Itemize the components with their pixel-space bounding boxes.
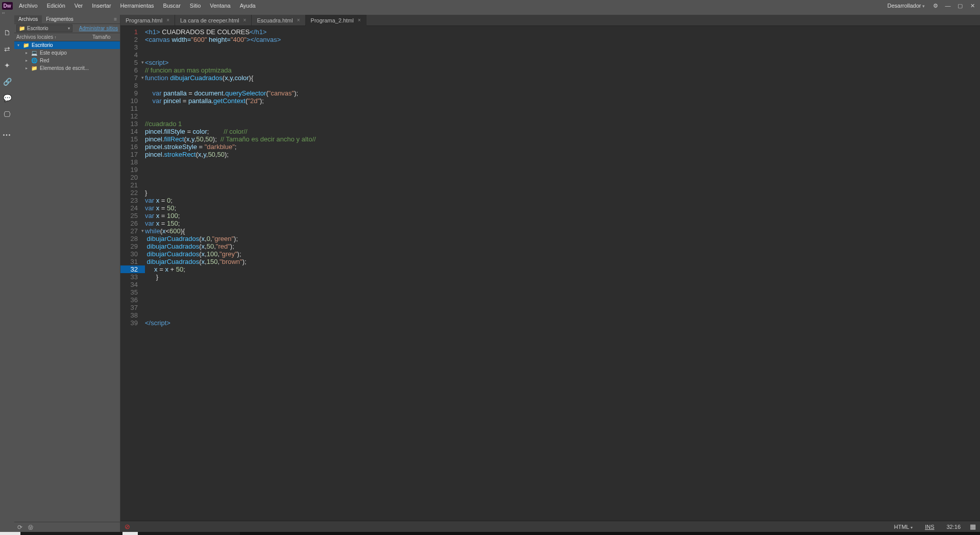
device-icon[interactable]: 🖵 bbox=[3, 110, 12, 119]
menu-ver[interactable]: Ver bbox=[70, 1, 88, 11]
panel-tab-archivos[interactable]: Archivos bbox=[14, 15, 42, 23]
manage-sites-link[interactable]: Administrar sitios bbox=[79, 26, 118, 31]
tree-row[interactable]: ▸📁Elementos de escrit... bbox=[14, 64, 120, 72]
paint-icon[interactable]: ✦ bbox=[3, 61, 12, 70]
panel-tab-fragmentos[interactable]: Fragmentos bbox=[42, 15, 77, 23]
col-size[interactable]: Tamaño bbox=[92, 34, 118, 40]
tree-row[interactable]: ▸🌐Red bbox=[14, 57, 120, 64]
tab-close-icon[interactable]: × bbox=[166, 17, 169, 23]
minimize-icon[interactable]: — bbox=[942, 1, 953, 10]
menu-archivo[interactable]: Archivo bbox=[14, 1, 42, 11]
status-language[interactable]: HTML ▾ bbox=[891, 524, 916, 530]
settings-icon[interactable]: ⚙ bbox=[930, 1, 941, 10]
file-tab[interactable]: Programa.html× bbox=[120, 15, 175, 26]
os-taskbar[interactable] bbox=[0, 532, 980, 535]
menu-buscar[interactable]: Buscar bbox=[159, 1, 185, 11]
new-file-icon[interactable]: 🗋 bbox=[3, 28, 12, 37]
panel-menu-icon[interactable]: ≡ bbox=[111, 16, 120, 22]
menu-sitio[interactable]: Sitio bbox=[185, 1, 205, 11]
close-icon[interactable]: ✕ bbox=[967, 1, 978, 10]
status-cursor-pos: 32:16 bbox=[943, 524, 964, 530]
file-tabs: Programa.html×La cara de creeper.html×Es… bbox=[120, 15, 980, 26]
file-tab[interactable]: Programa_2.html× bbox=[306, 15, 366, 26]
maximize-icon[interactable]: ▢ bbox=[954, 1, 966, 10]
link-icon[interactable]: 🔗 bbox=[3, 77, 12, 86]
status-insert-mode[interactable]: INS bbox=[922, 524, 937, 530]
menu-ayuda[interactable]: Ayuda bbox=[235, 1, 260, 11]
menu-ventana[interactable]: Ventana bbox=[205, 1, 235, 11]
refresh-icon[interactable]: ⟳ bbox=[17, 524, 22, 531]
code-editor[interactable]: 12345▾67▾8910111213141516171819202122232… bbox=[120, 26, 980, 521]
comment-icon[interactable]: 💬 bbox=[3, 93, 12, 103]
split-icon[interactable]: ⇄ bbox=[3, 44, 12, 54]
menu-insertar[interactable]: Insertar bbox=[87, 1, 115, 11]
site-select-label: Escritorio bbox=[27, 26, 48, 31]
sync-icon[interactable]: 🏵 bbox=[28, 524, 34, 531]
files-panel: Archivos Fragmentos ≡ 📁 Escritorio ▾ Adm… bbox=[14, 15, 120, 532]
panel-collapse-chevrons[interactable]: ‹‹ bbox=[0, 11, 980, 15]
menubar: Dw ArchivoEdiciónVerInsertarHerramientas… bbox=[0, 0, 980, 11]
status-bar: ⊘ HTML ▾ INS 32:16 ▦ bbox=[120, 521, 980, 532]
more-tools-icon[interactable]: ••• bbox=[3, 130, 12, 139]
left-toolbar: 🗋 ⇄ ✦ 🔗 💬 🖵 ••• bbox=[0, 15, 14, 532]
tree-row[interactable]: ▸💻Este equipo bbox=[14, 49, 120, 57]
status-overview-icon[interactable]: ▦ bbox=[970, 523, 976, 530]
tab-close-icon[interactable]: × bbox=[243, 17, 247, 23]
col-local-files[interactable]: Archivos locales bbox=[16, 34, 53, 40]
tab-close-icon[interactable]: × bbox=[358, 17, 361, 23]
tab-close-icon[interactable]: × bbox=[297, 17, 300, 23]
tree-row[interactable]: ▾📁Escritorio bbox=[14, 41, 120, 49]
site-select[interactable]: 📁 Escritorio ▾ bbox=[16, 25, 72, 32]
app-logo: Dw bbox=[0, 0, 14, 11]
menu-edición[interactable]: Edición bbox=[42, 1, 70, 11]
workspace-switcher[interactable]: Desarrollador bbox=[884, 3, 928, 9]
error-icon[interactable]: ⊘ bbox=[125, 523, 130, 530]
file-tab[interactable]: La cara de creeper.html× bbox=[175, 15, 252, 26]
menu-herramientas[interactable]: Herramientas bbox=[116, 1, 159, 11]
file-tab[interactable]: Escuadra.html× bbox=[252, 15, 305, 26]
